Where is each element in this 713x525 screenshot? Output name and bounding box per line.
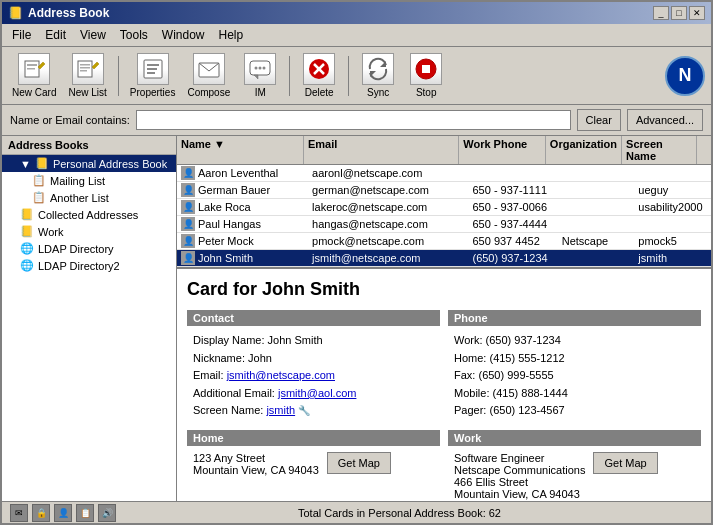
properties-button[interactable]: Properties <box>126 51 180 100</box>
personal-ab-icon: 📒 <box>35 157 49 170</box>
work-get-map-button[interactable]: Get Map <box>593 452 657 474</box>
netscape-logo: N <box>665 56 705 96</box>
menu-tools[interactable]: Tools <box>114 26 154 44</box>
im-button[interactable]: IM <box>238 51 282 100</box>
status-icon-2: 🔒 <box>32 504 50 522</box>
sidebar-item-another-list[interactable]: 📋 Another List <box>2 189 176 206</box>
phone-header: Phone <box>448 310 701 326</box>
table-row[interactable]: 👤 German Bauer german@netscape.com 650 -… <box>177 182 711 199</box>
search-input[interactable] <box>136 110 571 130</box>
work-company: Netscape Communications <box>454 464 585 476</box>
stop-label: Stop <box>416 87 437 98</box>
contact-additional-email-link[interactable]: jsmith@aol.com <box>278 387 356 399</box>
new-card-button[interactable]: New Card <box>8 51 60 100</box>
home-header: Home <box>187 430 440 446</box>
address-book-window: 📒 Address Book _ □ ✕ File Edit View Tool… <box>0 0 713 525</box>
col-workphone[interactable]: Work Phone <box>459 136 546 164</box>
searchbar: Name or Email contains: Clear Advanced..… <box>2 105 711 136</box>
status-text: Total Cards in Personal Address Book: 62 <box>298 507 501 519</box>
sync-icon <box>362 53 394 85</box>
sidebar-item-mailing-list[interactable]: 📋 Mailing List <box>2 172 176 189</box>
table-row[interactable]: 👤 Paul Hangas hangas@netscape.com 650 - … <box>177 216 711 233</box>
minimize-button[interactable]: _ <box>653 6 669 20</box>
sidebar-item-personal[interactable]: ▼ 📒 Personal Address Book <box>2 155 176 172</box>
sidebar-item-collected[interactable]: 📒 Collected Addresses <box>2 206 176 223</box>
toolbar: New Card New List Properties Compose IM <box>2 47 711 105</box>
delete-icon <box>303 53 335 85</box>
svg-point-15 <box>259 67 262 70</box>
new-list-icon <box>72 53 104 85</box>
table-row[interactable]: 👤 John Smith jsmith@netscape.com (650) 9… <box>177 250 711 267</box>
maximize-button[interactable]: □ <box>671 6 687 20</box>
table-row[interactable]: 👤 Peter Mock pmock@netscape.com 650 937 … <box>177 233 711 250</box>
new-list-button[interactable]: New List <box>64 51 110 100</box>
contact-email-link[interactable]: jsmith@netscape.com <box>227 369 335 381</box>
sidebar-item-work[interactable]: 📒 Work <box>2 223 176 240</box>
sidebar-item-ldap1[interactable]: 🌐 LDAP Directory <box>2 240 176 257</box>
mailing-list-icon: 📋 <box>32 174 46 187</box>
im-label: IM <box>255 87 266 98</box>
table-header: Name ▼ Email Work Phone Organization Scr… <box>177 136 711 165</box>
close-button[interactable]: ✕ <box>689 6 705 20</box>
im-icon <box>244 53 276 85</box>
work-city-state: Mountain View, CA 94043 <box>454 488 585 500</box>
contact-screen-name: Screen Name: jsmith 🔧 <box>193 402 434 420</box>
svg-rect-8 <box>147 64 159 66</box>
menu-help[interactable]: Help <box>213 26 250 44</box>
home-address: 123 Any Street <box>193 452 319 464</box>
status-icon-5: 🔊 <box>98 504 116 522</box>
clear-button[interactable]: Clear <box>577 109 621 131</box>
row-contact-icon: 👤 <box>181 166 195 180</box>
phone-body: Work: (650) 937-1234 Home: (415) 555-121… <box>448 330 701 422</box>
home-address-block: 123 Any Street Mountain View, CA 94043 <box>193 452 319 476</box>
titlebar: 📒 Address Book _ □ ✕ <box>2 2 711 24</box>
svg-rect-9 <box>147 68 157 70</box>
col-org[interactable]: Organization <box>546 136 622 164</box>
status-icon-4: 📋 <box>76 504 94 522</box>
contact-header: Contact <box>187 310 440 326</box>
compose-button[interactable]: Compose <box>183 51 234 100</box>
delete-button[interactable]: Delete <box>297 51 341 100</box>
search-label: Name or Email contains: <box>10 114 130 126</box>
new-card-icon <box>18 53 50 85</box>
col-name[interactable]: Name ▼ <box>177 136 304 164</box>
home-body: 123 Any Street Mountain View, CA 94043 G… <box>187 450 440 478</box>
ldap2-label: LDAP Directory2 <box>38 260 120 272</box>
personal-expand-icon: ▼ <box>20 158 31 170</box>
col-email[interactable]: Email <box>304 136 459 164</box>
stop-button[interactable]: Stop <box>404 51 448 100</box>
card-title: Card for John Smith <box>187 279 701 300</box>
sidebar-item-ldap2[interactable]: 🌐 LDAP Directory2 <box>2 257 176 274</box>
sync-button[interactable]: Sync <box>356 51 400 100</box>
table-rows: 👤 Aaron Leventhal aaronl@netscape.com 👤 … <box>177 165 711 267</box>
titlebar-left: 📒 Address Book <box>8 6 109 20</box>
sidebar-header: Address Books <box>2 136 176 155</box>
svg-rect-6 <box>80 70 87 72</box>
work-label: Work <box>38 226 63 238</box>
svg-rect-5 <box>80 67 90 69</box>
titlebar-controls: _ □ ✕ <box>653 6 705 20</box>
table-row[interactable]: 👤 Aaron Leventhal aaronl@netscape.com <box>177 165 711 182</box>
row-contact-icon: 👤 <box>181 183 195 197</box>
sync-label: Sync <box>367 87 389 98</box>
home-get-map-button[interactable]: Get Map <box>327 452 391 474</box>
personal-ab-label: Personal Address Book <box>53 158 167 170</box>
contact-screen-name-link[interactable]: jsmith <box>266 404 295 416</box>
advanced-button[interactable]: Advanced... <box>627 109 703 131</box>
phone-mobile: Mobile: (415) 888-1444 <box>454 385 695 403</box>
menu-file[interactable]: File <box>6 26 37 44</box>
toolbar-separator-1 <box>118 56 119 96</box>
right-content: Name ▼ Email Work Phone Organization Scr… <box>177 136 711 501</box>
home-section: Home 123 Any Street Mountain View, CA 94… <box>187 430 440 501</box>
menu-edit[interactable]: Edit <box>39 26 72 44</box>
table-row[interactable]: 👤 Lake Roca lakeroc@netscape.com 650 - 9… <box>177 199 711 216</box>
svg-rect-10 <box>147 72 155 74</box>
compose-label: Compose <box>187 87 230 98</box>
window-title: Address Book <box>28 6 109 20</box>
col-screen[interactable]: Screen Name <box>622 136 696 164</box>
status-icon-1: ✉ <box>10 504 28 522</box>
menu-view[interactable]: View <box>74 26 112 44</box>
card-grid: Contact Display Name: John Smith Nicknam… <box>187 310 701 501</box>
contact-body: Display Name: John Smith Nickname: John … <box>187 330 440 422</box>
menu-window[interactable]: Window <box>156 26 211 44</box>
